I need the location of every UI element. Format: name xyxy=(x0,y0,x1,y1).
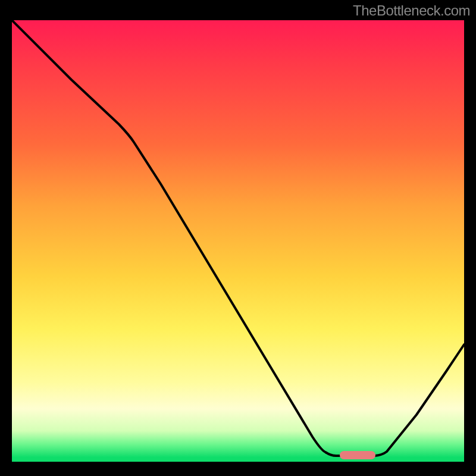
optimal-marker-pill xyxy=(340,451,375,459)
watermark-text: TheBottleneck.com xyxy=(353,2,470,19)
chart-frame xyxy=(12,20,464,462)
bottleneck-curve-path xyxy=(12,20,464,456)
curve-svg xyxy=(12,20,464,462)
